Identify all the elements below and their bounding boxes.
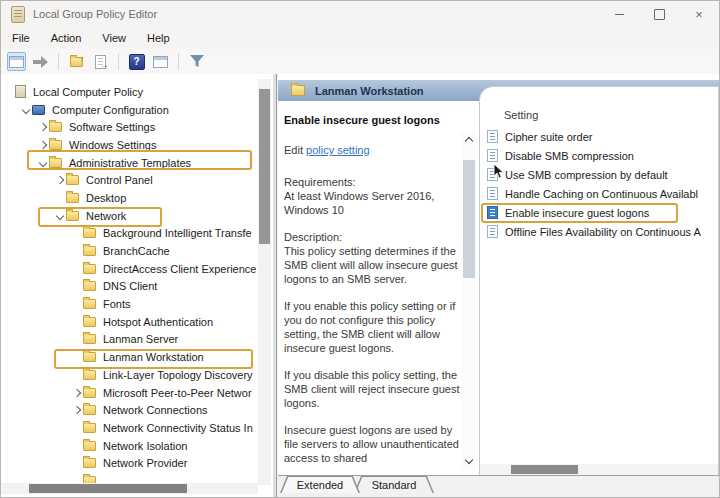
tree-horizontal-scrollbar[interactable] [1, 483, 258, 494]
tree-item-network[interactable]: Network [1, 207, 258, 225]
folder-icon [83, 370, 96, 380]
menu-action[interactable]: Action [51, 32, 82, 44]
folder-icon [66, 193, 79, 203]
setting-item-handle-caching-on-continuous-availabl[interactable]: Handle Caching on Continuous Availabl [480, 184, 718, 203]
tree-item-control-panel[interactable]: Control Panel [1, 171, 258, 189]
expander-down-icon[interactable] [37, 160, 49, 166]
console-window-button[interactable] [151, 52, 170, 71]
maximize-button[interactable] [639, 1, 679, 27]
tree-item-microsoft-peer-to-peer-networ[interactable]: Microsoft Peer-to-Peer Networ [1, 384, 258, 402]
policy-setting-link[interactable]: policy setting [306, 144, 370, 156]
setting-item-label: Enable insecure guest logons [505, 207, 649, 219]
app-icon [11, 6, 25, 23]
setting-item-cipher-suite-order[interactable]: Cipher suite order [480, 127, 718, 146]
tree-item-local-computer-policy[interactable]: Local Computer Policy [1, 83, 258, 101]
tree-item-label: Network Connectivity Status In [103, 422, 253, 434]
tree-item-hotspot-authentication[interactable]: Hotspot Authentication [1, 313, 258, 331]
export-list-icon: → [95, 55, 106, 69]
tree-item-branchcache[interactable]: BranchCache [1, 242, 258, 260]
filter-button[interactable] [187, 52, 206, 71]
settings-horizontal-scrollbar-thumb[interactable] [511, 465, 578, 474]
tree-item-desktop[interactable]: Desktop [1, 189, 258, 207]
back-icon [9, 56, 24, 68]
tree-vertical-scrollbar-thumb[interactable] [259, 89, 270, 244]
help-icon: ? [129, 54, 145, 70]
tree-item-label: Background Intelligent Transfe [103, 227, 252, 239]
chevron-right-icon [73, 406, 81, 414]
close-button[interactable]: × [679, 1, 719, 27]
tree-item-label: Microsoft Peer-to-Peer Networ [103, 387, 252, 399]
setting-item-enable-insecure-guest-logons[interactable]: Enable insecure guest logons [480, 203, 718, 222]
forward-button[interactable] [31, 52, 50, 71]
minimize-icon [615, 14, 624, 15]
tree-item-label: Control Panel [86, 174, 153, 186]
tree-item-network-isolation[interactable]: Network Isolation [1, 437, 258, 455]
tree-item-network-provider[interactable]: Network Provider [1, 454, 258, 472]
expander-right-icon[interactable] [71, 407, 83, 413]
title-bar: Local Group Policy Editor × [1, 1, 719, 27]
console-tree-pane: Local Computer PolicyComputer Configurat… [1, 74, 273, 497]
export-list-button[interactable]: → [91, 52, 110, 71]
folder-icon [83, 441, 96, 451]
section-body: At least Windows Server 2016, Windows 10 [284, 189, 460, 217]
up-one-level-button[interactable]: ↑ [67, 52, 86, 71]
tree-item-lanman-server[interactable]: Lanman Server [1, 331, 258, 349]
scroll-down-button[interactable] [461, 453, 477, 467]
folder-icon [83, 264, 96, 274]
tree-item-label: Windows Settings [69, 139, 156, 151]
scroll-up-button[interactable] [461, 134, 477, 148]
tree-horizontal-scrollbar-thumb[interactable] [29, 484, 187, 493]
expander-down-icon[interactable] [54, 213, 66, 219]
detail-scrollbar-thumb[interactable] [463, 160, 475, 278]
section-body: If you enable this policy setting or if … [284, 299, 460, 355]
tree-item-background-intelligent-transfe[interactable]: Background Intelligent Transfe [1, 225, 258, 243]
settings-horizontal-scrollbar[interactable] [480, 464, 718, 475]
tab-label: Standard [354, 477, 434, 493]
folder-icon [83, 228, 96, 238]
tree-item-lanman-workstation[interactable]: Lanman Workstation [1, 348, 258, 366]
detail-vertical-scrollbar[interactable] [461, 132, 477, 469]
menu-help[interactable]: Help [147, 32, 170, 44]
chevron-right-icon [56, 176, 64, 184]
computer-icon [32, 105, 45, 115]
setting-item-label: Cipher suite order [505, 131, 592, 143]
menu-file[interactable]: File [12, 32, 30, 44]
policy-setting-icon [487, 206, 498, 219]
view-tab-strip: ExtendedStandard [278, 475, 719, 497]
tree-item-computer-configuration[interactable]: Computer Configuration [1, 101, 258, 119]
expander-right-icon[interactable] [37, 142, 49, 148]
tree-item-label: Network Provider [103, 457, 187, 469]
section-body: Insecure guest logons are used by file s… [284, 423, 460, 465]
tree-vertical-scrollbar[interactable] [258, 79, 271, 485]
pane-splitter[interactable] [273, 74, 277, 497]
setting-item-use-smb-compression-by-default[interactable]: Use SMB compression by default [480, 165, 718, 184]
expander-down-icon[interactable] [20, 107, 32, 113]
tab-extended[interactable]: Extended [280, 476, 360, 493]
tree-item-dns-client[interactable]: DNS Client [1, 278, 258, 296]
tree-item-label: Link-Layer Topology Discovery [103, 369, 253, 381]
tree-item-fonts[interactable]: Fonts [1, 295, 258, 313]
expander-right-icon[interactable] [54, 177, 66, 183]
chevron-right-icon [39, 123, 47, 131]
tree-item-network-connectivity-status-in[interactable]: Network Connectivity Status In [1, 419, 258, 437]
setting-item-label: Use SMB compression by default [505, 169, 668, 181]
expander-right-icon[interactable] [37, 124, 49, 130]
section-body: If you disable this policy setting, the … [284, 368, 460, 410]
expander-right-icon[interactable] [71, 390, 83, 396]
tree-item-software-settings[interactable]: Software Settings [1, 118, 258, 136]
setting-item-disable-smb-compression[interactable]: Disable SMB compression [480, 146, 718, 165]
tree-item-directaccess-client-experience[interactable]: DirectAccess Client Experience [1, 260, 258, 278]
menu-view[interactable]: View [102, 32, 126, 44]
minimize-button[interactable] [599, 1, 639, 27]
policy-section-1: Description:This policy setting determin… [284, 230, 460, 286]
tree-item-link-layer-topology-discovery[interactable]: Link-Layer Topology Discovery [1, 366, 258, 384]
help-button[interactable]: ? [127, 52, 146, 71]
tab-standard[interactable]: Standard [354, 476, 434, 493]
setting-item-offline-files-availability-on-continuous-a[interactable]: Offline Files Availability on Continuous… [480, 222, 718, 241]
tree-item-label: BranchCache [103, 245, 170, 257]
back-button[interactable] [7, 52, 26, 71]
tree-item-administrative-templates[interactable]: Administrative Templates [1, 154, 258, 172]
tree-item-label: Lanman Server [103, 333, 178, 345]
tree-item-windows-settings[interactable]: Windows Settings [1, 136, 258, 154]
tree-item-network-connections[interactable]: Network Connections [1, 401, 258, 419]
